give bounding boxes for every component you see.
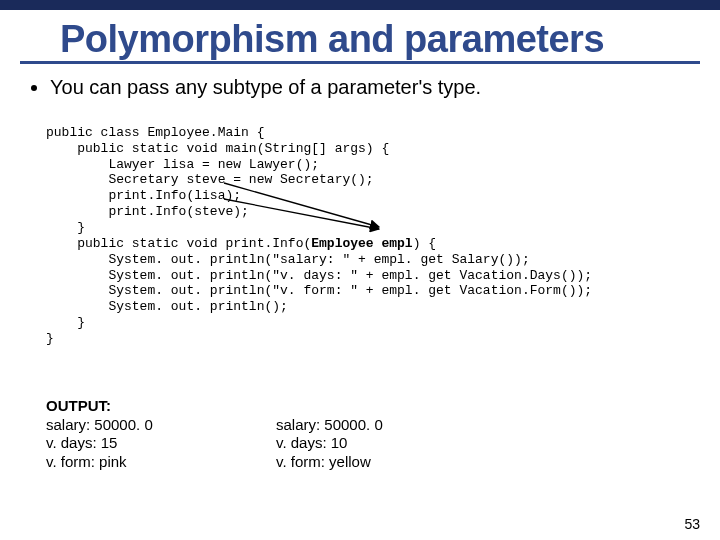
page-number: 53 (684, 516, 700, 532)
slide-content: You can pass any subtype of a parameter'… (0, 76, 720, 472)
top-accent-bar (0, 0, 720, 10)
output-block: OUTPUT: salary: 50000. 0 v. days: 15 v. … (24, 397, 696, 472)
code-line: public static void print.Info( (46, 236, 311, 251)
bullet-main: You can pass any subtype of a parameter'… (50, 76, 696, 99)
code-line: System. out. println("salary: " + empl. … (46, 252, 530, 267)
code-line: Lawyer lisa = new Lawyer(); (46, 157, 319, 172)
code-line: System. out. println("v. days: " + empl.… (46, 268, 592, 283)
code-line: print.Info(lisa); (46, 188, 241, 203)
output-col-left: salary: 50000. 0 v. days: 15 v. form: pi… (46, 416, 276, 472)
code-block: public class Employee.Main { public stat… (24, 109, 696, 379)
output-col-right: salary: 50000. 0 v. days: 10 v. form: ye… (276, 416, 383, 472)
code-line: System. out. println("v. form: " + empl.… (46, 283, 592, 298)
code-line: ) { (413, 236, 436, 251)
code-line: public class Employee.Main { (46, 125, 264, 140)
code-highlight-param: Employee empl (311, 236, 412, 251)
code-line: public static void main(String[] args) { (46, 141, 389, 156)
bullet-list: You can pass any subtype of a parameter'… (24, 76, 696, 99)
code-line: Secretary steve = new Secretary(); (46, 172, 374, 187)
code-line: } (46, 220, 85, 235)
code-line: } (46, 331, 54, 346)
code-line: } (46, 315, 85, 330)
output-label: OUTPUT: (46, 397, 696, 414)
slide-title: Polymorphism and parameters (20, 10, 700, 64)
code-line: System. out. println(); (46, 299, 288, 314)
code-line: print.Info(steve); (46, 204, 249, 219)
output-columns: salary: 50000. 0 v. days: 15 v. form: pi… (46, 416, 696, 472)
